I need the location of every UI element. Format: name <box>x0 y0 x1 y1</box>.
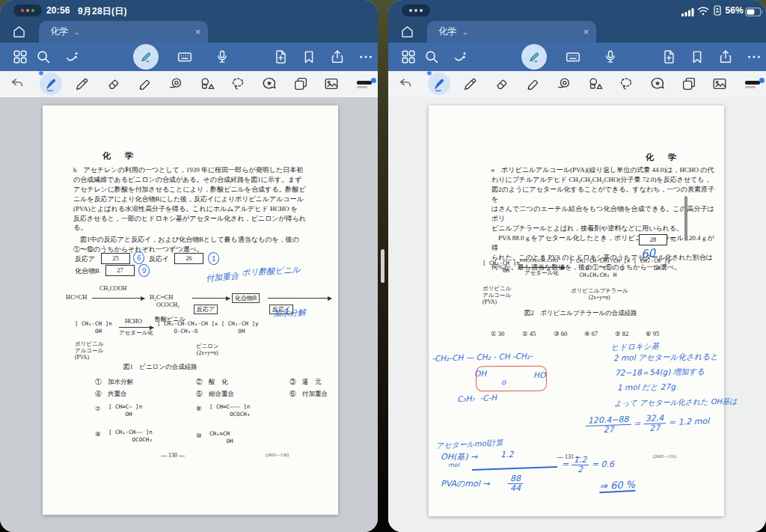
scroll-indicator[interactable] <box>684 196 687 241</box>
image-icon[interactable] <box>711 76 728 92</box>
highlighter-icon[interactable] <box>525 76 542 92</box>
fig1-caption: 図1 ビニロンの合成経路 <box>123 363 197 372</box>
tape-icon[interactable] <box>556 76 572 92</box>
scheme-arrow-2 <box>192 298 230 299</box>
multitask-pill[interactable] <box>402 4 430 16</box>
pill-dot <box>420 9 423 12</box>
option-1: ① 30 <box>491 330 504 337</box>
more-icon[interactable] <box>358 49 374 65</box>
share-icon[interactable] <box>717 49 734 65</box>
scheme-box-reaction-a: 反応ア <box>194 305 218 314</box>
hw-note-5: よって アセタール化された OH基は <box>614 397 738 409</box>
option-10-structure: CH₂=CH OH <box>209 430 233 445</box>
mic-icon[interactable] <box>602 49 619 65</box>
tab-close-icon[interactable]: × <box>195 27 200 37</box>
undo-icon[interactable] <box>397 76 414 92</box>
option-10-num: ⑩ <box>196 432 202 439</box>
tab-kagaku-right[interactable]: 化学 ⌄ × <box>427 21 596 43</box>
fountain-pen-tool-active[interactable]: ✱ <box>428 73 450 95</box>
home-icon[interactable] <box>399 24 415 43</box>
stroke-width-indicator[interactable] <box>357 78 376 90</box>
wifi-icon <box>697 5 709 19</box>
scheme-mid: H₂C=CH <box>150 293 173 301</box>
tab-kagaku-left[interactable]: 化学 ⌄ × <box>39 21 208 43</box>
document-canvas-left[interactable]: 化 学 b アセチレンの利用の一つとして，1939 年に桜田一郎らが発明した日本… <box>0 97 378 532</box>
lasso-icon[interactable] <box>230 76 246 92</box>
status-date: 9月28日(日) <box>78 5 127 18</box>
answer-box-27: 27 <box>105 265 135 276</box>
image-icon[interactable] <box>323 76 340 92</box>
shapes-icon[interactable] <box>199 76 215 92</box>
more-icon[interactable] <box>746 49 762 65</box>
main-toolbar-left <box>0 43 378 71</box>
hw-calc-result: = 1.22 = 0.6 <box>562 456 614 474</box>
pages-icon[interactable] <box>681 76 697 92</box>
stroke-width-indicator[interactable] <box>745 78 765 90</box>
share-icon[interactable] <box>329 49 346 65</box>
search-icon[interactable] <box>423 49 440 65</box>
eraser-icon[interactable] <box>494 76 510 92</box>
battery-percent: 56% <box>725 5 744 16</box>
pencil-icon[interactable] <box>462 76 479 92</box>
option-1: ① 加水分解 <box>95 378 133 387</box>
split-view-divider-handle[interactable] <box>381 249 384 283</box>
option-8-structure: [ CH=C——— ]n OCOCH₃ <box>209 403 250 418</box>
ai-assist-icon[interactable] <box>64 49 81 65</box>
document-canvas-right[interactable]: 化 学 e ポリビニルアルコール(PVA)(繰り返し単位の式量 44.0)は，H… <box>388 97 766 532</box>
option-9-num: ⑨ <box>95 430 101 438</box>
pen-bluetooth-asterisk-icon: ✱ <box>426 70 432 77</box>
answer-box-25: 25 <box>101 253 130 264</box>
keyboard-icon[interactable] <box>565 49 581 65</box>
add-page-icon[interactable] <box>661 49 677 65</box>
shapes-icon[interactable] <box>587 76 604 92</box>
add-page-icon[interactable] <box>272 49 289 65</box>
bookmark-icon[interactable] <box>301 49 317 65</box>
bookmark-icon[interactable] <box>689 49 705 65</box>
tape-icon[interactable] <box>168 76 184 92</box>
tab-chevron-icon[interactable]: ⌄ <box>74 28 80 36</box>
pencil-icon[interactable] <box>74 76 91 92</box>
fountain-pen-tool-active[interactable]: ✱ <box>40 73 62 95</box>
pages-icon[interactable] <box>292 76 309 92</box>
eraser-icon[interactable] <box>105 76 122 92</box>
tab-close-icon[interactable]: × <box>583 27 589 37</box>
sticker-icon[interactable] <box>649 76 666 92</box>
hw-sketch-o: o <box>501 378 506 386</box>
lasso-icon[interactable] <box>618 76 634 92</box>
page-overview-icon[interactable] <box>12 49 28 65</box>
mic-icon[interactable] <box>214 49 230 65</box>
exam-page-131[interactable]: 化 学 e ポリビニルアルコール(PVA)(繰り返し単位の式量 44.0)は，H… <box>429 106 724 516</box>
option-4: ④ 共重合 <box>95 390 127 399</box>
fig2-arrow <box>521 267 565 268</box>
multitask-pill[interactable] <box>13 4 42 16</box>
pill-dot-red <box>21 9 24 12</box>
hw-calc-oh-label: OH(基) → <box>441 451 477 462</box>
fig1-right-label: ビニロン (2x+y=n) <box>196 343 219 356</box>
exam-page-130[interactable]: 化 学 b アセチレンの利用の一つとして，1939 年に桜田一郎らが発明した日本… <box>43 106 338 515</box>
fig1-arrow-top: HCHO <box>125 318 142 325</box>
hw-calc-oh-value: 1.2 <box>500 450 514 459</box>
keyboard-icon[interactable] <box>177 49 193 65</box>
page-overview-icon[interactable] <box>400 49 417 65</box>
option-2: ② 45 <box>522 330 536 337</box>
ai-assist-icon[interactable] <box>453 49 469 65</box>
pen-mode-button[interactable] <box>521 44 547 70</box>
hw-sketch-ho: HO <box>533 370 545 379</box>
hw-note-2: 2 mol アセタール化されると <box>613 352 718 364</box>
doc-code: (2605—130) <box>266 453 289 457</box>
search-icon[interactable] <box>35 49 52 65</box>
scheme-box-compound-b: 化合物B <box>232 293 260 303</box>
tab-chevron-icon[interactable]: ⌄ <box>462 28 468 36</box>
highlighter-icon[interactable] <box>137 76 153 92</box>
sticker-icon[interactable] <box>261 76 278 92</box>
fig2-right-unit: [ CH₂-CH-CH₂-CH ]x [ CH₂-CH ]y O C O OH … <box>569 257 670 279</box>
reaction-a-label: 反応ア <box>75 254 95 264</box>
option-3: ③ 60 <box>554 330 567 337</box>
handwritten-note-product: ポリ酢酸ビニル <box>242 264 301 278</box>
option-7-num: ⑦ <box>95 405 101 412</box>
status-time: 20:56 <box>46 5 70 16</box>
pen-mode-button[interactable] <box>133 44 159 70</box>
compound-b-label: 化合物B <box>75 266 99 276</box>
home-icon[interactable] <box>11 24 27 43</box>
undo-icon[interactable] <box>9 76 25 92</box>
